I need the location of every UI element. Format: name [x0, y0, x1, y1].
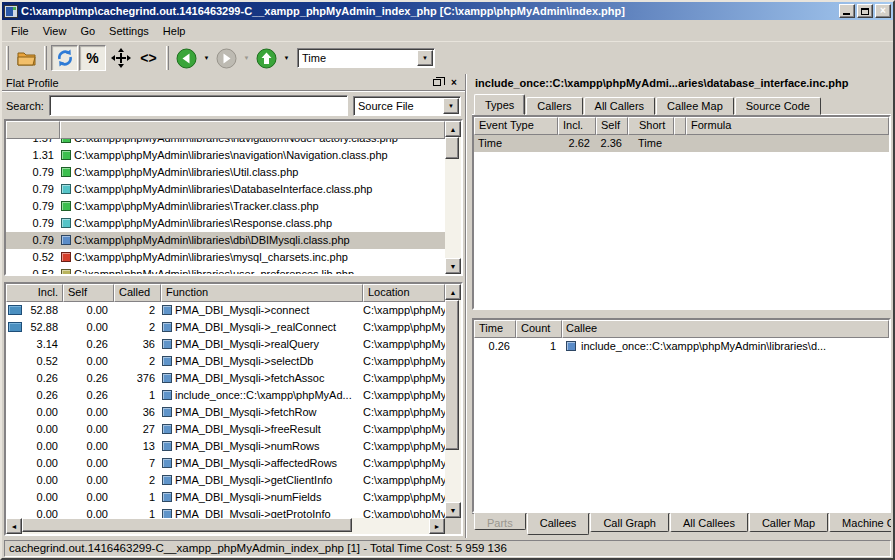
dock-float-button[interactable]: [430, 76, 444, 89]
tab-parts[interactable]: Parts: [474, 513, 526, 530]
menu-file[interactable]: File: [4, 22, 36, 40]
forward-button[interactable]: [213, 45, 240, 71]
function-row[interactable]: 0.000.0036PMA_DBI_Mysqli->fetchRowC:\xam…: [6, 404, 445, 421]
toolbar-handle[interactable]: [166, 46, 169, 70]
source-list-scrollbar[interactable]: ▲ ▼: [445, 121, 461, 274]
source-file-row[interactable]: 0.52C:\xampp\phpMyAdmin\libraries\mysql_…: [6, 249, 445, 266]
app-icon[interactable]: [4, 5, 18, 18]
back-button[interactable]: [173, 45, 200, 71]
scroll-right-icon[interactable]: ►: [429, 518, 445, 534]
column-header-short[interactable]: Short: [628, 117, 674, 135]
function-cell: PMA_DBI_Mysqli->connect: [161, 302, 363, 319]
function-row[interactable]: 0.260.261include_once::C:\xampp\phpMyAd.…: [6, 387, 445, 404]
menu-go[interactable]: Go: [73, 22, 102, 40]
scrollbar-thumb[interactable]: [22, 518, 352, 532]
scrollbar-thumb[interactable]: [445, 300, 459, 450]
tab-caller-map[interactable]: Caller Map: [749, 513, 828, 532]
source-file-row[interactable]: 0.79C:\xampp\phpMyAdmin\libraries\dbi\DB…: [6, 232, 445, 249]
tab-call-graph[interactable]: Call Graph: [590, 513, 669, 532]
minimize-button[interactable]: [839, 4, 855, 18]
column-header-spacer[interactable]: [674, 117, 686, 135]
tab-callee-map[interactable]: Callee Map: [656, 97, 734, 115]
up-button[interactable]: [253, 45, 280, 71]
dock-header[interactable]: Flat Profile ×: [2, 74, 465, 92]
up-dropdown-arrow[interactable]: ▼: [281, 45, 292, 71]
location-cell: C:\xampp\phpMy...: [363, 353, 445, 370]
tab-callees[interactable]: Callees: [527, 513, 590, 535]
forward-dropdown-arrow[interactable]: ▼: [241, 45, 252, 71]
column-header-self[interactable]: [6, 121, 60, 139]
column-header-function[interactable]: Function: [161, 284, 363, 302]
close-button[interactable]: ×: [875, 4, 891, 18]
function-row[interactable]: 0.000.007PMA_DBI_Mysqli->affectedRowsC:\…: [6, 455, 445, 472]
column-header-self[interactable]: Self: [596, 117, 628, 135]
source-file-row[interactable]: 0.52C:\xampp\phpMyAdmin\libraries\user_p…: [6, 266, 445, 274]
column-header-incl[interactable]: Incl.: [6, 284, 63, 302]
refresh-button[interactable]: [51, 45, 78, 71]
called-count-cell: 2: [114, 319, 161, 336]
percent-toggle-button[interactable]: %: [79, 45, 106, 71]
function-row[interactable]: 52.880.002PMA_DBI_Mysqli->connectC:\xamp…: [6, 302, 445, 319]
function-row[interactable]: 0.000.001PMA_DBI_Mysqli->getProtoInfoC:\…: [6, 506, 445, 518]
relative-cost-button[interactable]: [107, 45, 134, 71]
column-header-incl[interactable]: Incl.: [558, 117, 596, 135]
function-row[interactable]: 0.260.26376PMA_DBI_Mysqli->fetchAssocC:\…: [6, 370, 445, 387]
incl-cost-cell: 0.00: [6, 438, 63, 455]
column-header-location[interactable]: Location: [363, 284, 445, 302]
scroll-up-icon[interactable]: ▲: [445, 121, 461, 137]
tab-types[interactable]: Types: [474, 94, 525, 115]
column-header-time[interactable]: Time: [474, 320, 516, 338]
maximize-button[interactable]: [857, 4, 873, 18]
function-row[interactable]: 0.520.002PMA_DBI_Mysqli->selectDbC:\xamp…: [6, 353, 445, 370]
source-file-row[interactable]: 1.31C:\xampp\phpMyAdmin\libraries\naviga…: [6, 147, 445, 164]
column-header-called[interactable]: Called: [114, 284, 161, 302]
column-header-callee[interactable]: Callee: [562, 320, 889, 338]
scroll-down-icon[interactable]: ▼: [445, 258, 461, 274]
event-type-row[interactable]: Time2.622.36Time: [474, 135, 889, 152]
source-file-row[interactable]: 0.79C:\xampp\phpMyAdmin\libraries\Tracke…: [6, 198, 445, 215]
shorten-templates-button[interactable]: <>: [135, 45, 162, 71]
back-dropdown-arrow[interactable]: ▼: [201, 45, 212, 71]
scrollbar-thumb[interactable]: [445, 137, 459, 159]
toolbar-handle[interactable]: [6, 46, 9, 70]
function-row[interactable]: 0.000.001PMA_DBI_Mysqli->numFieldsC:\xam…: [6, 489, 445, 506]
open-file-button[interactable]: [13, 45, 40, 71]
source-file-row[interactable]: 0.79C:\xampp\phpMyAdmin\libraries\Respon…: [6, 215, 445, 232]
dock-close-button[interactable]: ×: [447, 76, 461, 89]
combo-dropdown-icon[interactable]: ▼: [443, 98, 459, 114]
source-file-row[interactable]: 0.79C:\xampp\phpMyAdmin\libraries\Util.c…: [6, 164, 445, 181]
tab-source-code[interactable]: Source Code: [735, 97, 821, 115]
toolbar-handle[interactable]: [44, 46, 47, 70]
group-mode-selector[interactable]: Source File ▼: [353, 96, 461, 116]
column-header-source-file[interactable]: [60, 121, 445, 139]
function-row[interactable]: 52.880.002PMA_DBI_Mysqli->_realConnectC:…: [6, 319, 445, 336]
column-header-count[interactable]: Count: [516, 320, 562, 338]
detail-horizontal-splitter[interactable]: [472, 310, 891, 318]
scroll-up-icon[interactable]: ▲: [445, 284, 461, 300]
function-table-hscrollbar[interactable]: ◄ ►: [6, 518, 461, 534]
menu-view[interactable]: View: [36, 22, 74, 40]
event-type-selector[interactable]: Time ▼: [297, 48, 435, 68]
callee-row[interactable]: 0.261include_once::C:\xampp\phpMyAdmin\l…: [474, 338, 889, 355]
column-header-formula[interactable]: Formula: [686, 117, 889, 135]
scroll-down-icon[interactable]: ▼: [445, 502, 461, 518]
tab-machine-code[interactable]: Machine Code: [829, 513, 891, 532]
tab-callers[interactable]: Callers: [526, 97, 582, 115]
function-row[interactable]: 0.000.002PMA_DBI_Mysqli->getClientInfoC:…: [6, 472, 445, 489]
search-input[interactable]: [49, 95, 348, 116]
source-file-row[interactable]: 0.79C:\xampp\phpMyAdmin\libraries\Databa…: [6, 181, 445, 198]
function-row[interactable]: 3.140.2636PMA_DBI_Mysqli->realQueryC:\xa…: [6, 336, 445, 353]
column-header-self[interactable]: Self: [63, 284, 114, 302]
function-row[interactable]: 0.000.0013PMA_DBI_Mysqli->numRowsC:\xamp…: [6, 438, 445, 455]
menu-settings[interactable]: Settings: [102, 22, 156, 40]
scroll-left-icon[interactable]: ◄: [6, 518, 22, 534]
tab-all-callees[interactable]: All Callees: [670, 513, 748, 532]
column-header-event-type[interactable]: Event Type: [474, 117, 558, 135]
combo-dropdown-icon[interactable]: ▼: [417, 50, 433, 66]
function-row[interactable]: 0.000.0027PMA_DBI_Mysqli->freeResultC:\x…: [6, 421, 445, 438]
title-bar[interactable]: C:\xampp\tmp\cachegrind.out.1416463299-C…: [2, 2, 893, 20]
function-table-scrollbar[interactable]: ▲ ▼: [445, 284, 461, 518]
source-file-row[interactable]: 1.57C:\xampp\phpMyAdmin\libraries\naviga…: [6, 139, 445, 147]
tab-all-callers[interactable]: All Callers: [584, 97, 656, 115]
menu-help[interactable]: Help: [156, 22, 193, 40]
